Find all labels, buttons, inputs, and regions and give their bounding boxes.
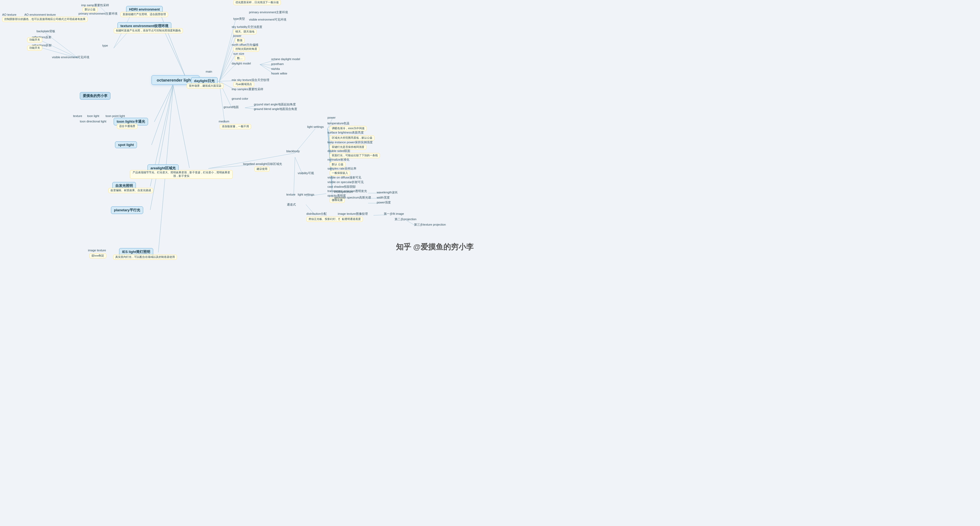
image-tex-note: 提bow制定 — [89, 253, 107, 258]
svg-line-5 — [173, 85, 189, 168]
light-settings-r: light settings — [298, 193, 314, 196]
sky-turbidity: sky turbidity天空浊度度 — [232, 25, 262, 29]
surface-bright: surface brightness表面亮度 — [328, 131, 364, 135]
power-note: 数值 — [235, 38, 245, 43]
type-label: type — [102, 44, 108, 47]
imp-samp2: imp samples重要性采样 — [232, 87, 263, 91]
north-note: 控制太阳的转角度 — [233, 46, 259, 52]
light-settings: light settings — [307, 125, 324, 128]
ground-color: ground color — [232, 97, 248, 100]
temperature: temperature色温 — [328, 121, 349, 125]
normalize: normalize标准化 — [328, 158, 349, 162]
svg-line-3 — [154, 84, 173, 122]
samples-rate: samples rate采样比率 — [328, 167, 356, 171]
planetary: planetary平行光 — [111, 206, 143, 214]
visible-spec: visible on specular折射可见 — [328, 180, 364, 184]
imp-samp-note: 默认公益 — [83, 7, 98, 12]
sun-size: sun size — [233, 52, 244, 55]
power-qd: power强度 — [377, 201, 391, 204]
area-note: 产品表现细节节光、灯光变大、照明效果变强，影子变虚，灯光变小，照明效果变强，影子… — [130, 170, 233, 179]
texture-t: texture — [73, 114, 82, 118]
visible-env: visible environment可见环境 — [52, 55, 89, 59]
surf-note: 区域光大些范围亮度低，默认公益 — [329, 135, 375, 140]
main-label: main — [206, 70, 212, 73]
watermark: 知乎 @爱摸鱼的穷小李 — [396, 242, 474, 252]
ao-env-texture: AO environment texture — [24, 13, 56, 16]
gaussian: gaussian spectrum高斯光谱 — [334, 196, 371, 199]
ground-di: ground地面 — [224, 105, 239, 109]
spot-light: spot light — [115, 141, 137, 148]
tex-projection: 第三步texture projection — [414, 223, 446, 227]
author-box: 爱摸鱼的穷小李 — [80, 92, 110, 100]
fit-image: 第一步fit image — [384, 212, 404, 216]
visibility: visibility可视 — [298, 171, 314, 175]
distribution: distribution分配 — [306, 212, 327, 216]
samp-note: 一般保留嵌入 — [329, 171, 350, 176]
image-tex: image texture — [88, 249, 106, 252]
svg-line-11 — [219, 29, 235, 81]
rgb-spectrum: RGBspectrum — [334, 190, 353, 193]
hdri-note: 直接创建灯产生照明、适合园景纹理 — [121, 12, 168, 17]
power: power — [233, 34, 242, 37]
primary-env: primary environment主要环境 — [78, 12, 118, 16]
ao-texture: AO texture — [2, 13, 16, 16]
blackbody: blackbody — [286, 150, 300, 153]
toon-light-t: toon light — [87, 114, 99, 118]
mix-note: 与ab频域混点 — [233, 82, 254, 87]
imp-samp: imp samp重要性采样 — [81, 3, 109, 7]
power-ls: power — [328, 116, 336, 119]
mindmap-container: octanerender lights 爱摸鱼的穷小李 AO texture A… — [0, 0, 490, 263]
image-tex2: image texture图像纹理 — [338, 212, 368, 216]
texture-ls: texture — [286, 193, 296, 196]
cast-shadow: cast shadow投影阴影 — [328, 185, 356, 189]
octane-daylight: octane daylight model — [271, 57, 300, 61]
visible-diffuse: visible on diffuse漫射可见 — [328, 175, 361, 180]
medium-note: 添加散射量，一般不用 — [220, 124, 251, 129]
sky-note: 晴天、阴天场地 — [233, 29, 256, 34]
primary-env2: primary environment主要环境 — [249, 10, 288, 14]
toon-point-t: toon point light — [105, 114, 125, 118]
toon-dir: toon directional light — [80, 120, 107, 123]
texture-note: 创建时直接产生光照，添加节点可控制光照强度和颜色 — [114, 28, 183, 33]
svg-line-27 — [208, 153, 295, 169]
svg-line-1 — [162, 27, 187, 80]
sun-note: 数.... — [235, 56, 245, 61]
self-note: 改变编辑、材质效果、自发光烧成 — [108, 188, 153, 193]
north-offset: north offset方向偏移 — [232, 43, 258, 47]
preetham: preetham — [271, 62, 284, 65]
mix-sky: mix sky texture混合天空纹理 — [232, 78, 269, 82]
svg-line-7 — [150, 86, 173, 210]
visible-env2: visible environment可见环境 — [249, 18, 286, 22]
nishita: nishita — [271, 67, 280, 70]
type-cn: type类型 — [233, 17, 245, 21]
keep-instance: keep instance power保持实例强度 — [328, 140, 373, 144]
reflections-note: 功能开关 — [27, 37, 42, 43]
double-sided: double sided双面 — [328, 149, 350, 153]
svg-line-30 — [294, 157, 295, 196]
ao-note: 控制阴影部分的颜色，也可以直接用相应公司模式之环境或者有效果 — [2, 17, 88, 22]
ground-blend: ground blend angle地面混合角度 — [254, 107, 297, 111]
backplate: backplate背板 — [37, 29, 55, 33]
imp-note2: 优化图形采样，日光情况下一般分值 — [233, 0, 281, 5]
svg-line-4 — [151, 84, 173, 145]
ies-note: 真实室内灯光，可以配合在场域以及的制造器使用 — [113, 255, 177, 260]
ground-start: ground start angle地面起始角度 — [254, 102, 296, 107]
daylight-model: daylight model — [232, 62, 251, 65]
daylight-note: 室外场景，建筑或大面渲染 — [187, 83, 224, 89]
toon-note: 适合卡通场景 — [117, 124, 137, 129]
hosek-wilkie: hosek wilkie — [271, 72, 287, 75]
projection: 第二步projection — [395, 217, 417, 221]
medium: medium — [219, 120, 229, 123]
svg-line-10 — [219, 20, 235, 81]
image-note2: 贴透明通道底度 — [340, 217, 363, 222]
wavelength: wavelength波长 — [377, 190, 398, 194]
targeted: targetted arealight目标区域光 — [243, 162, 282, 166]
refractions-note: 功能开关 — [27, 46, 42, 51]
svg-line-14 — [219, 55, 235, 81]
width: width宽度 — [377, 196, 390, 199]
targeted-note: 建议使用 — [255, 167, 270, 172]
channel: 通道式 — [287, 202, 296, 207]
